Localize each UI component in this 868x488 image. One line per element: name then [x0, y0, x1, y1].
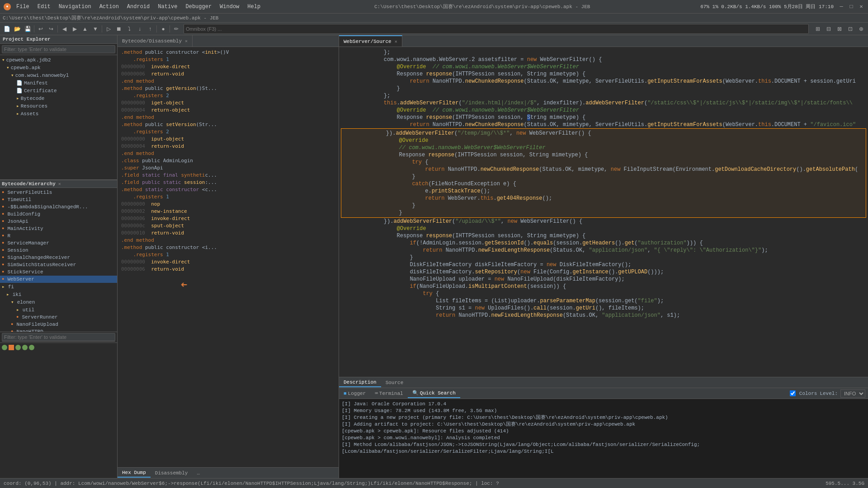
tree-package[interactable]: ▾ com.wowi.nanowebyl	[0, 71, 117, 79]
terminal-tab[interactable]: ⌨ Terminal	[370, 389, 407, 398]
bc-line: .registers 2	[119, 92, 337, 99]
menu-debugger[interactable]: Debugger	[182, 3, 216, 11]
hierarchy-BuildConfig[interactable]: ● BuildConfig	[0, 211, 117, 218]
hierarchy-R[interactable]: ● R	[0, 232, 117, 239]
toolbar-back[interactable]: ◀	[59, 24, 69, 34]
hierarchy-SignalChangedReceiver[interactable]: ● SignalChangedReceiver	[0, 254, 117, 261]
hierarchy-WebServer[interactable]: ● WebServer	[0, 276, 117, 283]
menu-window[interactable]: Window	[216, 3, 243, 11]
hierarchy-fi[interactable]: ▸ fi	[0, 283, 117, 291]
code-text: e.printStackTrace();	[373, 188, 862, 195]
code-editor[interactable]: }; com.wowi.nanoweb.WebServer.2 assetsfi…	[339, 47, 868, 377]
toolbar-debug-run[interactable]: ▷	[104, 24, 113, 34]
tree-resources[interactable]: ▸ Resources	[0, 102, 117, 110]
toolbar-new[interactable]: 📄	[2, 24, 12, 34]
indicator-green1	[2, 345, 7, 350]
toolbar-step-over[interactable]: ⤵	[124, 24, 134, 34]
log-line: [I] Memory Usage: 78.2M used (143.8M fre…	[342, 408, 865, 414]
hierarchy-StickService[interactable]: ● StickService	[0, 268, 117, 276]
hierarchy-JsonApi[interactable]: ● JsonApi	[0, 218, 117, 225]
tree-bytecode[interactable]: ▸ Bytecode	[0, 94, 117, 102]
tree-assets[interactable]: ▸ Assets	[0, 110, 117, 117]
source-tab[interactable]: WebServer/Source ✕	[339, 35, 402, 47]
bc-line: .field static final synthetic...	[119, 172, 337, 179]
hierarchy-SimSwitchStatusReceiver[interactable]: ● SimSwitchStatusReceiver	[0, 261, 117, 268]
code-text: return NanoHTTPD.newFixedLengthResponse(…	[371, 247, 864, 254]
code-line: }).addWebServerFilter("/temp/img/\\$*", …	[341, 130, 866, 137]
bc-line: 00000010 return-void	[119, 230, 337, 237]
hierarchy-util[interactable]: ▸ util	[0, 306, 117, 314]
toolbar-redo[interactable]: ↪	[46, 24, 56, 34]
quick-search-tab[interactable]: 🔍 Quick Search	[408, 389, 460, 398]
toolbar-debug-stop[interactable]: ⏹	[114, 24, 124, 34]
omnibox-input[interactable]	[184, 24, 809, 34]
class-label: WebServer	[5, 277, 34, 282]
toolbar-step-into[interactable]: ↓	[135, 24, 145, 34]
toolbar-up[interactable]: ▲	[80, 24, 90, 34]
minimize-button[interactable]: ─	[838, 4, 844, 10]
hierarchy-ServerRunner[interactable]: ● ServerRunner	[0, 314, 117, 321]
menu-navigation[interactable]: Navigation	[55, 3, 95, 11]
toolbar-undo[interactable]: ↩	[36, 24, 46, 34]
code-line: if(!AdminLogin.session.getSessionId().eq…	[339, 239, 868, 247]
toolbar-step-out[interactable]: ↑	[145, 24, 155, 34]
hierarchy-ServerFileUtils[interactable]: ● ServerFileUtils	[0, 189, 117, 196]
tree-item-label: cpeweb.apk	[11, 65, 41, 70]
toolbar-breakpoint[interactable]: ●	[158, 24, 168, 34]
source-bottom-tab[interactable]: Source	[381, 379, 408, 387]
tree-manifest[interactable]: 📄 Manifest	[0, 79, 117, 87]
disassembly-tab[interactable]: Disassembly	[151, 469, 193, 477]
code-line: return WebServer.this.get404Response();	[341, 195, 866, 202]
code-line: }	[341, 202, 866, 209]
project-filter-input[interactable]	[2, 45, 115, 53]
toolbar-open[interactable]: 📂	[12, 24, 22, 34]
toolbar-forward[interactable]: ▶	[70, 24, 80, 34]
source-close-icon[interactable]: ✕	[395, 39, 397, 44]
hierarchy-NanoHTTPD[interactable]: ● NanoHTTPD	[0, 328, 117, 332]
hex-dump-tab[interactable]: Hex Dump	[118, 469, 151, 478]
colors-checkbox[interactable]	[790, 390, 796, 396]
toolbar-view2[interactable]: ⊟	[824, 24, 834, 34]
hierarchy-TimeUtil[interactable]: ● TimeUtil	[0, 196, 117, 203]
hierarchy-iki[interactable]: ▸ iki	[0, 291, 117, 298]
hierarchy-ServiceManager[interactable]: ● ServiceManager	[0, 239, 117, 247]
code-line: return NanoHTTPD.newFixedLengthResponse(…	[339, 247, 868, 254]
toolbar-view3[interactable]: ⊠	[835, 24, 844, 34]
toolbar-view4[interactable]: ⊡	[845, 24, 855, 34]
code-text: }).addWebServerFilter("/upload/\\$*", ne…	[371, 218, 864, 225]
logger-tab[interactable]: ■ Logger	[339, 389, 370, 398]
tree-cpeweb-apk[interactable]: ▾ cpeweb.apk	[0, 64, 117, 71]
tree-certificate[interactable]: 📄 Certificate	[0, 87, 117, 94]
toolbar-pencil[interactable]: ✏	[171, 24, 181, 34]
menu-help[interactable]: Help	[244, 3, 264, 11]
status-coord: coord: (0,96,53) | addr: Lcom/wowi/nanow…	[4, 481, 499, 486]
hierarchy-close[interactable]: ✕	[58, 181, 61, 187]
bytecode-close-icon[interactable]: ✕	[185, 38, 188, 44]
code-text: com.wowi.nanoweb.WebServer.2 assetsfilte…	[371, 56, 864, 63]
hierarchy-filter-input[interactable]	[2, 333, 115, 341]
menu-android[interactable]: Android	[123, 3, 153, 11]
code-line: diskFileItemFactory.setRepository(new Fi…	[339, 268, 868, 276]
bytecode-tab[interactable]: Bytecode/Disassembly ✕	[118, 35, 193, 47]
description-tab[interactable]: Description	[339, 378, 381, 387]
toolbar-view5[interactable]: ⊕	[856, 24, 866, 34]
hierarchy-NanoFileUpload[interactable]: ● NanoFileUpload	[0, 321, 117, 328]
tree-root[interactable]: ▾ cpeweb.apk.jdb2	[0, 56, 117, 64]
menu-edit[interactable]: Edit	[34, 3, 54, 11]
more-tab[interactable]: …	[192, 469, 204, 477]
toolbar-down[interactable]: ▼	[90, 24, 100, 34]
code-line: Response response(IHTTPSession session, …	[341, 151, 866, 159]
bytecode-content[interactable]: .method public constructor <init>()V .re…	[118, 47, 339, 467]
hierarchy-Session[interactable]: ● Session	[0, 247, 117, 254]
toolbar-view1[interactable]: ⊞	[813, 24, 823, 34]
hierarchy-MainActivity[interactable]: ● MainActivity	[0, 225, 117, 232]
menu-native[interactable]: Native	[154, 3, 181, 11]
menu-action[interactable]: Action	[96, 3, 123, 11]
maximize-button[interactable]: □	[848, 4, 854, 10]
toolbar-save[interactable]: 💾	[23, 24, 33, 34]
hierarchy-elonen[interactable]: ▾ elonen	[0, 298, 117, 306]
close-button[interactable]: ✕	[858, 4, 864, 10]
level-select[interactable]: INFO	[840, 389, 865, 398]
hierarchy-Lambda[interactable]: ● -$$Lambda$SignalChangedR...	[0, 203, 117, 211]
menu-file[interactable]: File	[13, 3, 33, 11]
